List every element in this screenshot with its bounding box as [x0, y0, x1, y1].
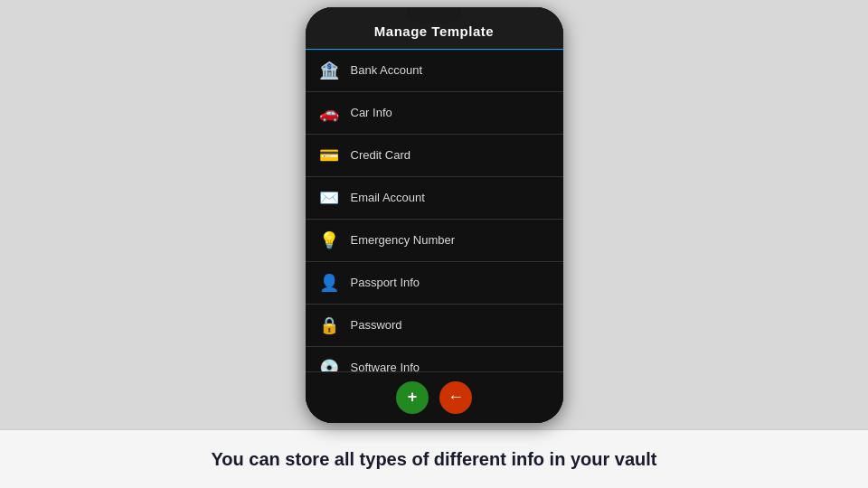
menu-item-emergency-number[interactable]: 💡Emergency Number: [306, 220, 563, 262]
bank-account-icon: 🏦: [316, 58, 342, 83]
email-account-label: Email Account: [351, 191, 425, 204]
password-label: Password: [351, 318, 402, 332]
passport-info-icon: 👤: [316, 270, 342, 296]
add-button[interactable]: +: [396, 381, 429, 414]
phone-notch: [407, 7, 461, 23]
menu-item-password[interactable]: 🔒Password: [306, 305, 563, 347]
back-button[interactable]: ←: [439, 381, 472, 414]
car-info-icon: 🚗: [316, 100, 342, 126]
phone-frame: Manage Template 🏦Bank Account🚗Car Info💳C…: [306, 7, 563, 423]
car-info-label: Car Info: [351, 106, 392, 119]
emergency-number-icon: 💡: [316, 228, 342, 253]
software-info-label: Software Info: [351, 361, 420, 371]
caption-bar: You can store all types of different inf…: [0, 429, 868, 488]
menu-item-car-info[interactable]: 🚗Car Info: [306, 92, 563, 135]
passport-info-label: Passport Info: [351, 276, 420, 289]
menu-item-bank-account[interactable]: 🏦Bank Account: [306, 50, 563, 92]
bottom-bar: + ←: [306, 371, 563, 423]
menu-item-software-info[interactable]: 💿Software Info: [306, 347, 563, 371]
caption-text: You can store all types of different inf…: [211, 449, 656, 470]
menu-item-email-account[interactable]: ✉️Email Account: [306, 177, 563, 220]
menu-item-passport-info[interactable]: 👤Passport Info: [306, 262, 563, 305]
credit-card-label: Credit Card: [351, 148, 410, 162]
phone-screen: Manage Template 🏦Bank Account🚗Car Info💳C…: [306, 7, 563, 423]
menu-item-credit-card[interactable]: 💳Credit Card: [306, 135, 563, 177]
menu-list: 🏦Bank Account🚗Car Info💳Credit Card✉️Emai…: [306, 50, 563, 371]
software-info-icon: 💿: [316, 355, 342, 371]
password-icon: 🔒: [316, 313, 342, 338]
app-title: Manage Template: [374, 23, 494, 39]
email-account-icon: ✉️: [316, 185, 342, 211]
credit-card-icon: 💳: [316, 143, 342, 168]
emergency-number-label: Emergency Number: [351, 233, 456, 247]
main-area: Manage Template 🏦Bank Account🚗Car Info💳C…: [0, 0, 868, 429]
bank-account-label: Bank Account: [351, 63, 423, 77]
